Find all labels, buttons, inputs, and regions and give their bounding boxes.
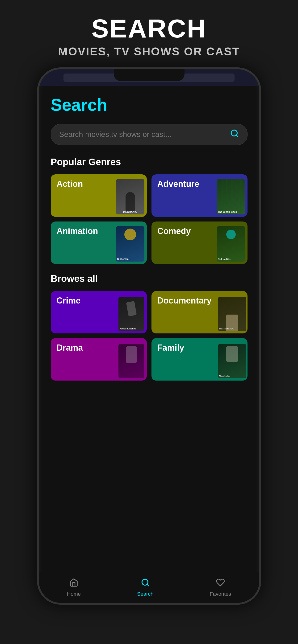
genre-family-label: Family <box>157 343 184 353</box>
nav-search[interactable]: Search <box>137 578 154 597</box>
genre-adventure[interactable]: Adventure The Jungle Book <box>152 174 247 217</box>
genre-comedy-label: Comedy <box>157 226 191 236</box>
genre-drama-label: Drama <box>57 343 83 353</box>
svg-line-1 <box>236 135 238 137</box>
popular-genres-grid: Action MECHANIC Adventure The Jung <box>51 174 247 264</box>
heart-icon <box>216 578 225 589</box>
phone-notch <box>114 69 185 81</box>
nav-home-label: Home <box>67 591 81 597</box>
browes-all-heading: Browes all <box>51 273 247 284</box>
genre-family[interactable]: Family Malcolm in... <box>152 338 247 380</box>
genre-documentary[interactable]: Documentary the social netw... <box>152 291 247 334</box>
genre-adventure-label: Adventure <box>157 179 199 189</box>
all-genres-grid: Crime PEAKY BLINDERS Documentary the soc… <box>51 291 247 380</box>
genre-documentary-label: Documentary <box>157 296 212 306</box>
search-bar-container[interactable] <box>51 124 247 145</box>
home-icon <box>69 578 78 589</box>
nav-search-label: Search <box>137 591 154 597</box>
genre-animation-label: Animation <box>57 226 98 236</box>
search-nav-icon <box>141 578 150 589</box>
svg-line-3 <box>147 584 149 586</box>
nav-home[interactable]: Home <box>67 578 81 597</box>
search-page-title: Search <box>51 95 247 114</box>
genre-comedy[interactable]: Comedy Rick and M... <box>152 222 247 264</box>
genre-action[interactable]: Action MECHANIC <box>51 174 147 217</box>
search-submit-icon[interactable] <box>230 129 239 140</box>
genre-drama[interactable]: Drama <box>51 338 147 380</box>
genre-animation[interactable]: Animation Cinderella <box>51 222 147 264</box>
genre-crime[interactable]: Crime PEAKY BLINDERS <box>51 291 147 334</box>
phone-content[interactable]: Search Popular Genres Action <box>39 86 259 572</box>
bottom-navigation: Home Search Favorites <box>39 572 259 603</box>
nav-favorites[interactable]: Favorites <box>210 578 231 597</box>
top-header: SEARCH MOVIES, TV SHOWS OR CAST <box>0 0 298 68</box>
genre-crime-label: Crime <box>57 296 81 306</box>
phone-device: Search Popular Genres Action <box>37 68 261 605</box>
search-input[interactable] <box>59 130 230 139</box>
main-title: SEARCH <box>10 14 288 43</box>
genre-action-label: Action <box>57 179 83 189</box>
main-subtitle: MOVIES, TV SHOWS OR CAST <box>10 45 288 58</box>
nav-favorites-label: Favorites <box>210 591 231 597</box>
popular-genres-heading: Popular Genres <box>51 157 247 167</box>
